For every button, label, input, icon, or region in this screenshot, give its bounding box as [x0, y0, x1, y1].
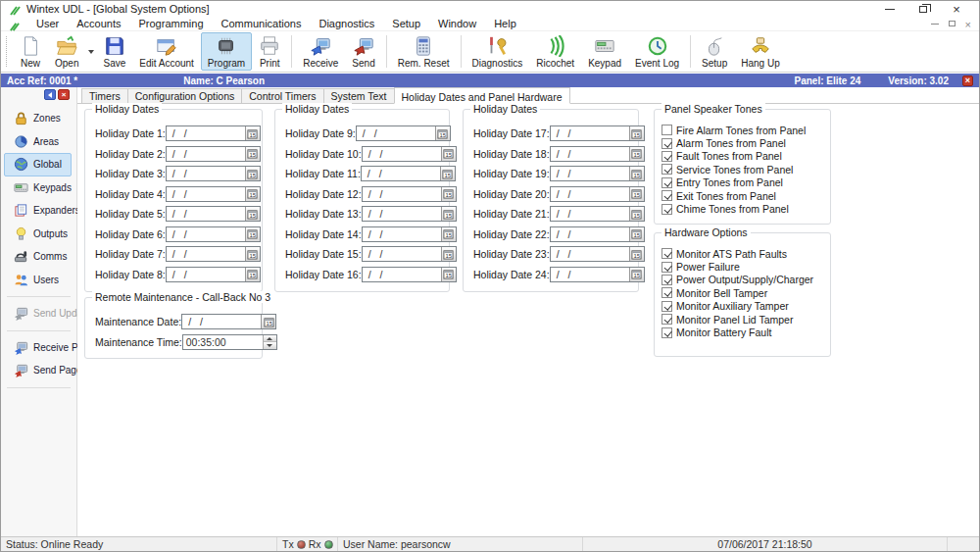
- tab-holiday-dates-and-panel-hardware[interactable]: Holiday Dates and Panel Hardware: [394, 87, 570, 104]
- open-dropdown-button[interactable]: [85, 32, 96, 71]
- calendar-button[interactable]: 15: [245, 126, 260, 140]
- option-row-monitor-auxiliary-tamper[interactable]: Monitor Auxiliary Tamper: [655, 300, 830, 313]
- checkbox-checked[interactable]: [662, 275, 672, 285]
- holiday-date-18-input[interactable]: / /15: [550, 146, 645, 162]
- holiday-date-5-input[interactable]: / /15: [166, 206, 261, 222]
- option-row-fire-alarm-tones-from-panel[interactable]: Fire Alarm Tones from Panel: [655, 124, 830, 136]
- menu-setup[interactable]: Setup: [383, 18, 429, 29]
- sidebar-item-areas[interactable]: Areas: [4, 130, 72, 154]
- holiday-date-21-input[interactable]: / /15: [550, 206, 645, 222]
- calendar-button[interactable]: 15: [245, 227, 260, 241]
- ricochet-button[interactable]: Ricochet: [529, 32, 581, 71]
- rem-reset-button[interactable]: Rem. Reset: [391, 32, 457, 71]
- calendar-button[interactable]: 15: [245, 207, 260, 221]
- sidebar-item-expanders[interactable]: Expanders: [4, 199, 72, 223]
- menu-user[interactable]: User: [27, 18, 68, 29]
- calendar-button[interactable]: 15: [629, 207, 644, 221]
- holiday-date-3-input[interactable]: / /15: [166, 166, 261, 181]
- close-panel-button[interactable]: ×: [58, 89, 70, 100]
- calendar-button[interactable]: 15: [441, 268, 456, 281]
- mdi-close-button[interactable]: ×: [965, 15, 971, 32]
- holiday-date-20-input[interactable]: / /15: [550, 186, 645, 202]
- diagnostics-button[interactable]: Diagnostics: [466, 32, 530, 71]
- menu-window[interactable]: Window: [429, 18, 485, 29]
- sidebar-item-comms[interactable]: Comms: [4, 245, 72, 269]
- option-row-monitor-bell-tamper[interactable]: Monitor Bell Tamper: [655, 286, 830, 299]
- checkbox-checked[interactable]: [662, 190, 672, 201]
- calendar-button[interactable]: 15: [441, 227, 456, 241]
- checkbox-checked[interactable]: [662, 301, 672, 312]
- holiday-date-8-input[interactable]: / /15: [166, 267, 261, 282]
- sidebar-item-send-page[interactable]: Send Page: [4, 359, 72, 382]
- checkbox-checked[interactable]: [662, 248, 672, 259]
- mdi-minimize-button[interactable]: [931, 24, 939, 25]
- minimize-button[interactable]: [873, 1, 906, 17]
- holiday-date-23-input[interactable]: / /15: [550, 246, 645, 262]
- sidebar-item-zones[interactable]: Zones: [4, 107, 72, 130]
- calendar-button[interactable]: 15: [441, 147, 456, 161]
- setup-button[interactable]: Setup: [695, 32, 734, 71]
- calendar-button[interactable]: 15: [440, 167, 455, 180]
- sidebar-item-global[interactable]: Global: [4, 153, 72, 176]
- calendar-button[interactable]: 15: [435, 126, 450, 140]
- sidebar-item-users[interactable]: Users: [4, 269, 72, 292]
- maintenance-time-input[interactable]: 00:35:00: [182, 334, 277, 350]
- sidebar-item-receive-page[interactable]: Receive Page: [4, 336, 72, 360]
- tab-configuration-options[interactable]: Configuration Options: [127, 88, 243, 103]
- open-button[interactable]: Open: [48, 32, 85, 71]
- keypad-button[interactable]: Keypad: [581, 32, 628, 71]
- option-row-chime-tones-from-panel[interactable]: Chime Tones from Panel: [655, 202, 830, 215]
- account-close-button[interactable]: ×: [962, 75, 973, 86]
- calendar-button[interactable]: 15: [441, 247, 456, 261]
- calendar-button[interactable]: 15: [245, 167, 260, 180]
- checkbox-checked[interactable]: [662, 287, 672, 298]
- calendar-button[interactable]: 15: [261, 315, 275, 328]
- menu-diagnostics[interactable]: Diagnostics: [310, 18, 383, 29]
- save-button[interactable]: Save: [96, 32, 132, 71]
- maintenance-date-input[interactable]: / / 15: [181, 314, 276, 329]
- dock-panel-button[interactable]: [44, 89, 56, 100]
- calendar-button[interactable]: 15: [629, 187, 644, 201]
- checkbox-checked[interactable]: [662, 177, 672, 188]
- menu-accounts[interactable]: Accounts: [68, 18, 129, 29]
- menu-programming[interactable]: Programming: [129, 18, 212, 29]
- hang-up-button[interactable]: Hang Up: [734, 32, 786, 71]
- option-row-monitor-ats-path-faults[interactable]: Monitor ATS Path Faults: [655, 247, 830, 260]
- holiday-date-12-input[interactable]: / /15: [362, 186, 457, 202]
- option-row-exit-tones-from-panel[interactable]: Exit Tones from Panel: [655, 189, 830, 202]
- checkbox-checked[interactable]: [662, 204, 672, 215]
- calendar-button[interactable]: 15: [629, 126, 644, 140]
- option-row-fault-tones-from-panel[interactable]: Fault Tones from Panel: [655, 150, 830, 163]
- holiday-date-10-input[interactable]: / /15: [362, 146, 457, 162]
- holiday-date-1-input[interactable]: / /15: [166, 125, 261, 141]
- tab-control-timers[interactable]: Control Timers: [241, 88, 323, 103]
- option-row-power-failure[interactable]: Power Failure: [655, 260, 830, 273]
- holiday-date-19-input[interactable]: / /15: [550, 166, 645, 181]
- sidebar-item-send-update[interactable]: Send Update: [4, 302, 72, 326]
- checkbox-unchecked[interactable]: [662, 125, 672, 135]
- edit-account-button[interactable]: Edit Account: [132, 32, 201, 71]
- holiday-date-6-input[interactable]: / /15: [166, 226, 261, 242]
- checkbox-checked[interactable]: [662, 151, 672, 162]
- checkbox-checked[interactable]: [662, 138, 672, 149]
- checkbox-checked[interactable]: [662, 164, 672, 175]
- option-row-monitor-panel-lid-tamper[interactable]: Monitor Panel Lid Tamper: [655, 313, 830, 326]
- option-row-service-tones-from-panel[interactable]: Service Tones from Panel: [655, 163, 830, 176]
- calendar-button[interactable]: 15: [629, 227, 644, 241]
- option-row-entry-tones-from-panel[interactable]: Entry Tones from Panel: [655, 176, 830, 189]
- tab-timers[interactable]: Timers: [81, 88, 128, 103]
- calendar-button[interactable]: 15: [245, 247, 260, 261]
- option-row-power-output-supply-charger[interactable]: Power Output/Supply/Charger: [655, 274, 830, 286]
- calendar-button[interactable]: 15: [629, 147, 644, 161]
- calendar-button[interactable]: 15: [441, 207, 456, 221]
- holiday-date-2-input[interactable]: / /15: [166, 146, 261, 162]
- spin-down-button[interactable]: [264, 342, 276, 349]
- holiday-date-4-input[interactable]: / /15: [166, 186, 261, 202]
- event-log-button[interactable]: Event Log: [628, 32, 686, 71]
- checkbox-checked[interactable]: [662, 262, 672, 273]
- print-button[interactable]: Print: [252, 32, 287, 71]
- holiday-date-14-input[interactable]: / /15: [362, 226, 457, 242]
- calendar-button[interactable]: 15: [629, 167, 644, 180]
- menu-communications[interactable]: Communications: [213, 18, 311, 29]
- program-button[interactable]: Program: [201, 32, 252, 71]
